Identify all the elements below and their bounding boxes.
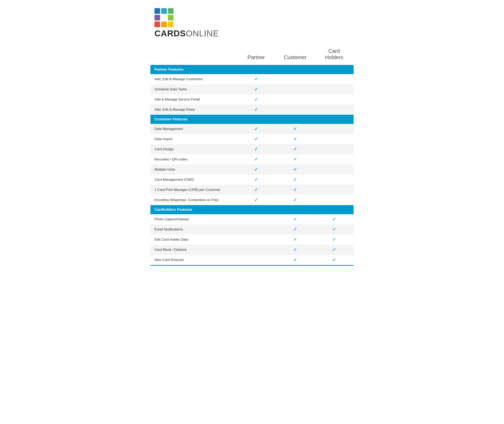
check-partner: ✓ xyxy=(254,87,258,92)
check-customer: ✓ xyxy=(293,197,297,203)
customer-cell: ✓ xyxy=(275,245,315,255)
table-row: Card Block / Deblock ✓ ✓ xyxy=(150,245,354,255)
feature-label: Data Import xyxy=(150,134,236,144)
feature-label: Edit Card Holder Data xyxy=(150,235,236,245)
section-label: Partner Features xyxy=(150,65,236,74)
check-customer: ✓ xyxy=(293,187,297,193)
feature-label: New Card Request xyxy=(150,255,236,265)
check-partner: ✓ xyxy=(254,97,258,102)
section-col-cardholder xyxy=(315,205,354,214)
customer-cell: ✓ xyxy=(275,154,315,164)
header: CARDSONLINE xyxy=(150,8,354,38)
section-col-partner xyxy=(236,205,275,214)
cardholder-cell xyxy=(315,94,354,105)
cardholder-cell: ✓ xyxy=(315,245,354,255)
col-header-feature xyxy=(150,46,236,65)
cardholder-cell xyxy=(315,175,354,185)
logo-light: ONLINE xyxy=(186,29,219,38)
feature-label: Multiple Units xyxy=(150,164,236,175)
table-row: Add, Edit & Manage Roles ✓ xyxy=(150,105,354,115)
section-header-cardholder-features: Cardholders Features xyxy=(150,205,354,214)
section-col-partner xyxy=(236,115,275,124)
partner-cell: ✓ xyxy=(236,195,275,205)
check-partner: ✓ xyxy=(254,187,258,193)
check-partner: ✓ xyxy=(254,177,258,182)
check-partner: ✓ xyxy=(254,147,258,152)
logo-sq-9 xyxy=(168,22,173,27)
section-col-customer xyxy=(275,205,315,214)
feature-label: Card Design xyxy=(150,144,236,154)
check-partner: ✓ xyxy=(254,197,258,203)
check-partner: ✓ xyxy=(254,76,258,82)
cardholder-cell: ✓ xyxy=(315,214,354,224)
feature-label: Card Block / Deblock xyxy=(150,245,236,255)
feature-label: Photo Capture/Upload xyxy=(150,214,236,224)
table-header-row: Partner Customer Card Holders xyxy=(150,46,354,65)
check-customer: ✓ xyxy=(293,247,297,252)
customer-cell: ✓ xyxy=(275,255,315,265)
section-label: Customer Features xyxy=(150,115,236,124)
table-row: 1 Card Print Manager (CPM) per Customer … xyxy=(150,185,354,195)
feature-label: Card Management (CMS) xyxy=(150,175,236,185)
customer-cell: ✓ xyxy=(275,235,315,245)
table-row: Add, Edit & Manage Customers ✓ xyxy=(150,74,354,84)
partner-cell xyxy=(236,224,275,235)
logo-sq-4 xyxy=(154,15,160,20)
bottom-border xyxy=(150,265,354,266)
feature-label: Add, Edit & Manage Customers xyxy=(150,74,236,84)
cardholder-cell xyxy=(315,164,354,175)
customer-cell xyxy=(275,84,315,94)
table-row: Data Management ✓ ✓ xyxy=(150,124,354,134)
check-customer: ✓ xyxy=(293,257,297,262)
partner-cell xyxy=(236,214,275,224)
partner-cell: ✓ xyxy=(236,185,275,195)
feature-label: Data Management xyxy=(150,124,236,134)
logo-bold: CARDS xyxy=(154,29,186,38)
check-cardholder: ✓ xyxy=(332,237,336,242)
partner-cell: ✓ xyxy=(236,94,275,105)
feature-label: Barcodes / QR-codes xyxy=(150,154,236,164)
check-customer: ✓ xyxy=(293,217,297,222)
partner-cell: ✓ xyxy=(236,144,275,154)
cardholder-cell: ✓ xyxy=(315,255,354,265)
table-body: Partner Features Add, Edit & Manage Cust… xyxy=(150,65,354,265)
cardholder-cell: ✓ xyxy=(315,224,354,235)
partner-cell: ✓ xyxy=(236,74,275,84)
table-row: Multiple Units ✓ ✓ xyxy=(150,164,354,175)
check-cardholder: ✓ xyxy=(332,217,336,222)
table-row: Email Notifications ✓ ✓ xyxy=(150,224,354,235)
table-row: Barcodes / QR-codes ✓ ✓ xyxy=(150,154,354,164)
partner-cell: ✓ xyxy=(236,105,275,115)
logo-grid xyxy=(154,8,173,27)
logo-sq-6 xyxy=(168,15,173,20)
col-header-cardholder: Card Holders xyxy=(315,46,354,65)
cardholder-cell xyxy=(315,84,354,94)
logo-sq-5 xyxy=(161,15,167,20)
partner-cell: ✓ xyxy=(236,124,275,134)
table-row: Card Management (CMS) ✓ ✓ xyxy=(150,175,354,185)
cardholder-cell xyxy=(315,105,354,115)
customer-cell: ✓ xyxy=(275,124,315,134)
feature-label: Add & Manage Service Portal xyxy=(150,94,236,105)
logo-text: CARDSONLINE xyxy=(154,29,219,38)
section-col-partner xyxy=(236,65,275,74)
check-customer: ✓ xyxy=(293,126,297,131)
logo-sq-3 xyxy=(168,8,173,14)
check-customer: ✓ xyxy=(293,167,297,172)
cardholder-cell xyxy=(315,124,354,134)
feature-label: Schedule Data Tasks xyxy=(150,84,236,94)
cardholder-cell xyxy=(315,74,354,84)
check-cardholder: ✓ xyxy=(332,257,336,262)
check-partner: ✓ xyxy=(254,107,258,112)
comparison-table: Partner Customer Card Holders Partner Fe… xyxy=(150,46,354,265)
section-header-customer-features: Customer Features xyxy=(150,115,354,124)
logo-sq-8 xyxy=(161,22,167,27)
check-customer: ✓ xyxy=(293,227,297,232)
table-row: Photo Capture/Upload ✓ ✓ xyxy=(150,214,354,224)
feature-label: Add, Edit & Manage Roles xyxy=(150,105,236,115)
section-col-cardholder xyxy=(315,115,354,124)
partner-cell: ✓ xyxy=(236,84,275,94)
logo-sq-1 xyxy=(154,8,160,14)
check-cardholder: ✓ xyxy=(332,247,336,252)
section-header-partner-features: Partner Features xyxy=(150,65,354,74)
